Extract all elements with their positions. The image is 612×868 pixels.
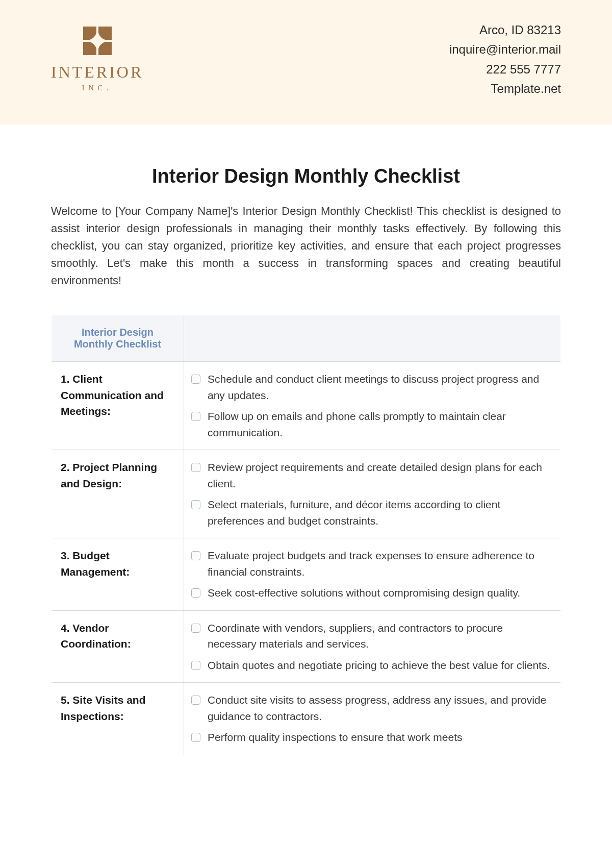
task-item: Coordinate with vendors, suppliers, and … [191, 620, 550, 652]
page-title: Interior Design Monthly Checklist [51, 165, 561, 187]
task-text: Obtain quotes and negotiate pricing to a… [208, 657, 550, 674]
task-text: Select materials, furniture, and décor i… [208, 497, 550, 529]
checkbox[interactable] [191, 661, 200, 670]
contact-info: Arco, ID 83213 inquire@interior.mail 222… [449, 20, 561, 99]
task-item: Schedule and conduct client meetings to … [191, 371, 550, 403]
table-row: 3. Budget Management:Evaluate project bu… [52, 538, 561, 611]
checklist-table: Interior Design Monthly Checklist 1. Cli… [51, 315, 561, 755]
contact-email: inquire@interior.mail [449, 40, 561, 59]
task-text: Follow up on emails and phone calls prom… [208, 408, 550, 440]
contact-address: Arco, ID 83213 [449, 20, 561, 40]
task-item: Perform quality inspections to ensure th… [191, 729, 550, 746]
checkbox[interactable] [191, 500, 200, 509]
task-text: Conduct site visits to assess progress, … [208, 692, 550, 724]
task-text: Seek cost-effective solutions without co… [208, 585, 520, 601]
checkbox[interactable] [191, 624, 200, 633]
task-item: Obtain quotes and negotiate pricing to a… [191, 657, 550, 674]
task-item: Review project requirements and create d… [191, 459, 550, 491]
logo-section: INTERIOR INC. [51, 27, 143, 92]
task-item: Follow up on emails and phone calls prom… [191, 408, 550, 440]
table-row: 1. Client Communication and Meetings:Sch… [52, 362, 561, 450]
checkbox[interactable] [191, 733, 200, 742]
task-item: Select materials, furniture, and décor i… [191, 497, 550, 529]
category-label: 3. Budget Management: [61, 548, 174, 580]
task-item: Seek cost-effective solutions without co… [191, 585, 550, 601]
intro-paragraph: Welcome to [Your Company Name]'s Interio… [51, 203, 561, 289]
contact-website: Template.net [449, 79, 561, 98]
task-text: Schedule and conduct client meetings to … [208, 371, 550, 403]
task-item: Conduct site visits to assess progress, … [191, 692, 550, 724]
task-item: Evaluate project budgets and track expen… [191, 548, 550, 580]
contact-phone: 222 555 7777 [449, 60, 561, 79]
table-row: 2. Project Planning and Design:Review pr… [52, 450, 561, 538]
category-label: 2. Project Planning and Design: [61, 459, 174, 491]
page-header: INTERIOR INC. Arco, ID 83213 inquire@int… [0, 0, 612, 125]
content-area: Interior Design Monthly Checklist Welcom… [0, 125, 612, 755]
company-suffix: INC. [82, 84, 113, 92]
table-header-row: Interior Design Monthly Checklist [52, 315, 561, 362]
table-header-label: Interior Design Monthly Checklist [62, 327, 173, 350]
category-label: 1. Client Communication and Meetings: [61, 371, 174, 419]
task-text: Coordinate with vendors, suppliers, and … [208, 620, 550, 652]
table-row: 5. Site Visits and Inspections:Conduct s… [52, 683, 561, 755]
checkbox[interactable] [191, 412, 200, 421]
checkbox[interactable] [191, 463, 200, 472]
category-label: 4. Vendor Coordination: [61, 620, 174, 652]
task-text: Perform quality inspections to ensure th… [208, 729, 463, 746]
checkbox[interactable] [191, 551, 200, 560]
checkbox[interactable] [191, 375, 200, 384]
logo-icon [83, 27, 112, 55]
checkbox[interactable] [191, 696, 200, 705]
category-label: 5. Site Visits and Inspections: [61, 692, 174, 724]
checkbox[interactable] [191, 588, 200, 598]
company-name: INTERIOR [51, 63, 143, 82]
table-row: 4. Vendor Coordination:Coordinate with v… [52, 610, 561, 683]
task-text: Review project requirements and create d… [208, 459, 550, 491]
task-text: Evaluate project budgets and track expen… [208, 548, 550, 580]
